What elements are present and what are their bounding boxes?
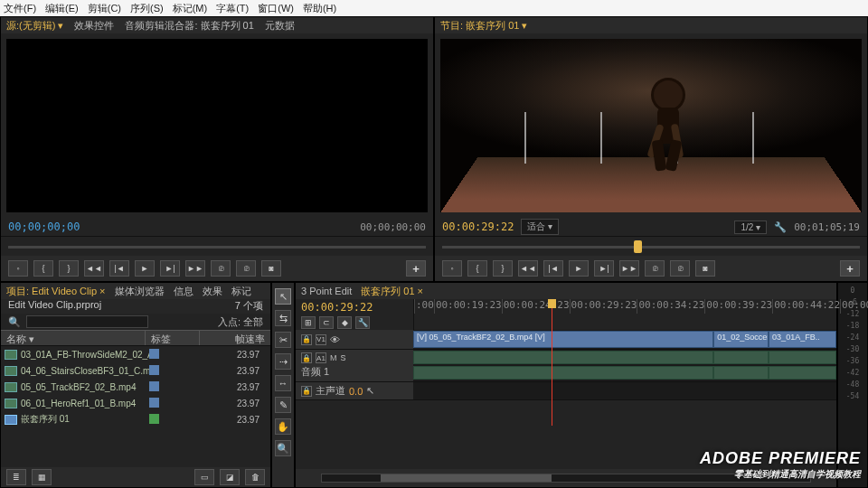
label-swatch[interactable] [149, 381, 159, 391]
goto-out-btn[interactable]: ►► [185, 260, 205, 277]
linked-sel-btn[interactable]: ⊂ [319, 316, 334, 329]
menu-help[interactable]: 帮助(H) [303, 2, 336, 15]
v1-target[interactable]: V1 [316, 334, 326, 345]
pen-tool[interactable]: ✎ [275, 397, 291, 413]
selection-tool[interactable]: ↖ [275, 288, 291, 305]
snap-btn[interactable]: ⊞ [301, 316, 316, 329]
new-bin-btn[interactable]: ▭ [194, 469, 214, 485]
project-row[interactable]: 06_01_HeroRef1_01_B.mp4 23.97 [1, 395, 270, 411]
settings-tl-btn[interactable]: 🔧 [355, 316, 370, 329]
tab-info[interactable]: 信息 [174, 285, 193, 298]
wrench-icon[interactable]: 🔧 [774, 221, 787, 233]
tab-audio-mixer[interactable]: 音频剪辑混合器: 嵌套序列 01 [125, 19, 253, 33]
timeline-tc[interactable]: 00:00:29:22 [301, 301, 408, 314]
source-tc-in[interactable]: 00;00;00;00 [8, 221, 80, 233]
tab-source[interactable]: 源:(无剪辑) ▾ [6, 19, 63, 33]
p-marker-btn[interactable]: ◦ [442, 260, 462, 277]
menu-sequence[interactable]: 序列(S) [130, 2, 164, 15]
new-item-btn[interactable]: ◪ [220, 469, 240, 485]
project-row[interactable]: 嵌套序列 01 23.97 [1, 411, 270, 427]
marker-btn[interactable]: ◦ [8, 260, 28, 277]
tab-effect-controls[interactable]: 效果控件 [74, 19, 114, 33]
hand-tool[interactable]: ✋ [275, 418, 291, 435]
p-play-btn[interactable]: ► [569, 260, 589, 277]
menu-file[interactable]: 文件(F) [4, 2, 36, 15]
program-scrubber[interactable] [435, 236, 867, 256]
insert-btn[interactable]: ⎚ [211, 260, 231, 277]
p-step-back-btn[interactable]: |◄ [543, 260, 563, 277]
play-btn[interactable]: ► [135, 260, 155, 277]
audio-clip[interactable] [769, 366, 836, 380]
program-viewer[interactable] [440, 39, 862, 212]
razor-tool[interactable]: ✂ [275, 332, 291, 348]
list-view-btn[interactable]: ≣ [6, 469, 26, 485]
audio-clip[interactable] [713, 366, 769, 380]
tab-3point[interactable]: 3 Point Edit [301, 286, 352, 296]
in-btn[interactable]: { [33, 260, 53, 277]
tab-metadata[interactable]: 元数据 [265, 19, 295, 33]
source-viewer[interactable] [6, 39, 428, 212]
source-scrubber[interactable] [1, 236, 433, 256]
project-row[interactable]: 05_05_TrackBF2_02_B.mp4 23.97 [1, 379, 270, 395]
delete-btn[interactable]: 🗑 [245, 469, 265, 485]
ripple-tool[interactable]: ↔ [275, 375, 291, 391]
a1-lock[interactable]: 🔒 [301, 352, 312, 363]
label-swatch[interactable] [149, 398, 159, 408]
slip-tool[interactable]: ⇢ [275, 353, 291, 370]
timeline-hscroll[interactable] [321, 474, 811, 483]
zoom-select[interactable]: 1/2 ▾ [734, 221, 767, 234]
p-goto-out-btn[interactable]: ►► [619, 260, 639, 277]
video-clip[interactable]: [V] 05_05_TrackBF2_02_B.mp4 [V] [413, 331, 713, 348]
col-name[interactable]: 名称 ▾ [1, 331, 146, 345]
audio-clip[interactable] [413, 351, 713, 364]
timeline-ruler[interactable]: :0000:00:19:2300:00:24:2300:00:29:2300:0… [413, 299, 836, 330]
menu-window[interactable]: 窗口(W) [258, 2, 294, 15]
a1-lane[interactable] [413, 350, 836, 381]
p-export-frame-btn[interactable]: ◙ [695, 260, 715, 277]
p-out-btn[interactable]: } [493, 260, 513, 277]
goto-in-btn[interactable]: ◄◄ [84, 260, 104, 277]
audio-clip[interactable] [769, 351, 836, 364]
menu-edit[interactable]: 编辑(E) [45, 2, 79, 15]
col-label[interactable]: 标签 [146, 331, 200, 345]
out-btn[interactable]: } [59, 260, 79, 277]
label-swatch[interactable] [149, 349, 159, 359]
icon-view-btn[interactable]: ▦ [32, 469, 52, 485]
project-search-input[interactable] [26, 315, 148, 328]
button-editor-btn[interactable]: + [406, 260, 426, 277]
project-row[interactable]: 03_01A_FB-ThrowSideM2_02_A.. 23.97 [1, 346, 270, 362]
v1-lane[interactable]: [V] 05_05_TrackBF2_02_B.mp4 [V]01_02_Soc… [413, 330, 836, 349]
step-fwd-btn[interactable]: ►| [160, 260, 180, 277]
overwrite-btn[interactable]: ⎚ [236, 260, 256, 277]
master-value[interactable]: 0.0 [349, 386, 363, 397]
tab-project[interactable]: 项目: Edit Video Clip × [6, 285, 106, 298]
export-frame-btn[interactable]: ◙ [261, 260, 281, 277]
track-select-tool[interactable]: ⇆ [275, 310, 291, 326]
p-goto-in-btn[interactable]: ◄◄ [518, 260, 538, 277]
timeline-playhead[interactable] [552, 299, 552, 426]
tab-effects[interactable]: 效果 [203, 285, 222, 298]
col-fps[interactable]: 帧速率 [200, 331, 270, 345]
p-lift-btn[interactable]: ⎚ [645, 260, 665, 277]
menu-marker[interactable]: 标记(M) [173, 2, 208, 15]
p-extract-btn[interactable]: ⎚ [670, 260, 690, 277]
program-playhead[interactable] [634, 240, 642, 253]
audio-clip[interactable] [713, 351, 769, 364]
step-back-btn[interactable]: |◄ [109, 260, 129, 277]
tab-media-browser[interactable]: 媒体浏览器 [115, 285, 165, 298]
label-swatch[interactable] [149, 365, 159, 375]
audio-clip[interactable] [413, 366, 713, 380]
p-in-btn[interactable]: { [467, 260, 487, 277]
video-clip[interactable]: 03_01A_FB.. [769, 331, 836, 348]
marker-tl-btn[interactable]: ◆ [337, 316, 352, 329]
p-step-fwd-btn[interactable]: ►| [594, 260, 614, 277]
v1-toggle-icon[interactable]: 👁 [330, 334, 340, 345]
label-swatch[interactable] [149, 414, 159, 424]
menu-clip[interactable]: 剪辑(C) [88, 2, 121, 15]
menu-title[interactable]: 字幕(T) [216, 2, 249, 15]
fit-select[interactable]: 适合 ▾ [521, 219, 559, 235]
master-lock[interactable]: 🔒 [301, 386, 312, 397]
v1-lock[interactable]: 🔒 [301, 334, 312, 345]
project-filter-label[interactable]: 入点: 全部 [218, 315, 263, 329]
tab-nested-seq[interactable]: 嵌套序列 01 × [361, 285, 423, 298]
